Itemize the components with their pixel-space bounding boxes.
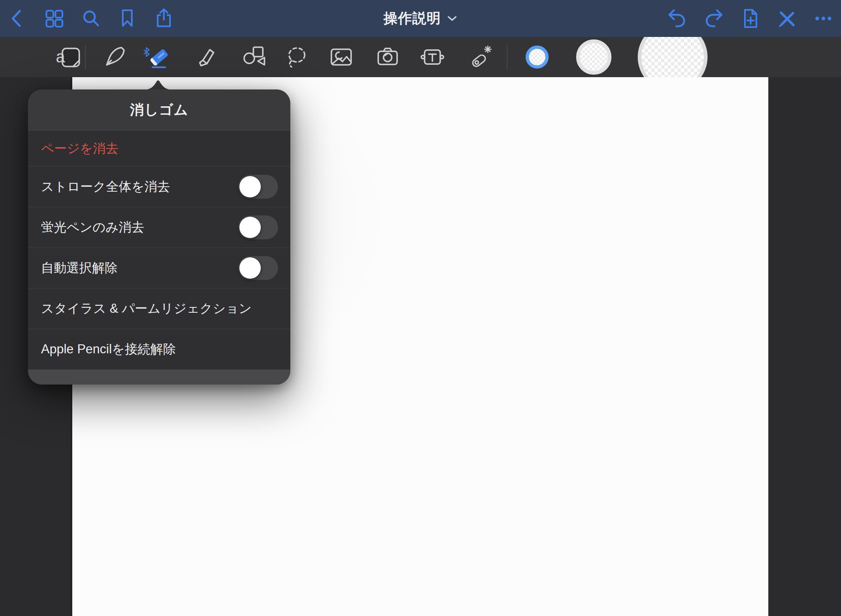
popover-title-label: 消しゴム	[130, 101, 188, 119]
menu-item-label: 自動選択解除	[41, 259, 117, 277]
shapes-tool[interactable]	[239, 40, 268, 74]
more-button[interactable]	[812, 7, 835, 30]
image-tool[interactable]	[327, 40, 356, 74]
toolbar-divider	[507, 45, 508, 69]
undo-button[interactable]	[666, 7, 689, 30]
menu-item-label: ページを消去	[41, 140, 118, 157]
stylus-disabled-button[interactable]	[775, 7, 798, 30]
popover-footer-strip	[28, 370, 290, 385]
document-title-label: 操作説明	[384, 9, 441, 28]
camera-tool[interactable]	[373, 40, 402, 74]
menu-item-label: Apple Pencilを接続解除	[41, 341, 176, 358]
toolbar: a	[0, 37, 841, 77]
eraser-size-small[interactable]	[526, 46, 549, 69]
menu-item-stylus-palm-rejection[interactable]: スタイラス & パームリジェクション	[28, 289, 290, 329]
more-icon	[812, 7, 835, 30]
popover-title: 消しゴム	[28, 89, 290, 131]
back-icon	[6, 7, 29, 30]
bookmark-button[interactable]	[116, 7, 139, 30]
text-tool-icon	[419, 44, 446, 70]
menu-item-label: ストローク全体を消去	[41, 178, 170, 195]
eraser-icon	[142, 41, 170, 73]
toggle-knob	[239, 176, 261, 197]
share-icon	[152, 7, 175, 30]
lasso-tool[interactable]	[282, 40, 311, 74]
navbar-right-group	[666, 7, 841, 30]
zoom-window-icon: a	[56, 44, 82, 70]
bookmark-icon	[116, 7, 139, 30]
thumbnails-button[interactable]	[43, 7, 66, 30]
eraser-popover: 消しゴム ページを消去 ストローク全体を消去 蛍光ペンのみ消去 自動選択解除 ス…	[28, 89, 290, 385]
popover-arrow	[143, 78, 173, 90]
zoom-window-tool[interactable]: a	[55, 40, 83, 74]
menu-item-erase-page[interactable]: ページを消去	[28, 131, 290, 167]
undo-icon	[666, 7, 689, 30]
menu-item-auto-deselect[interactable]: 自動選択解除	[28, 248, 290, 289]
app-window: 操作説明 a	[0, 0, 841, 616]
image-icon	[328, 44, 354, 70]
pen-tool[interactable]	[100, 40, 129, 74]
menu-item-erase-highlighter-only[interactable]: 蛍光ペンのみ消去	[28, 207, 290, 248]
eraser-tool[interactable]	[142, 40, 170, 74]
toggle-erase-entire-stroke[interactable]	[238, 175, 278, 199]
eraser-size-large[interactable]	[638, 37, 708, 77]
add-page-button[interactable]	[739, 7, 762, 30]
pen-icon	[101, 44, 128, 70]
document-title[interactable]: 操作説明	[384, 9, 457, 28]
search-icon	[79, 7, 102, 30]
add-page-icon	[739, 7, 762, 30]
toolbar-divider	[85, 45, 86, 69]
menu-item-label: スタイラス & パームリジェクション	[41, 300, 252, 317]
navbar: 操作説明	[0, 0, 841, 37]
stylus-disabled-icon	[775, 7, 798, 30]
menu-item-disconnect-apple-pencil[interactable]: Apple Pencilを接続解除	[28, 329, 290, 370]
toggle-knob	[239, 217, 261, 238]
redo-icon	[702, 7, 725, 30]
toggle-knob	[239, 257, 261, 279]
shapes-icon	[241, 44, 267, 70]
menu-item-erase-entire-stroke[interactable]: ストローク全体を消去	[28, 167, 290, 207]
bluetooth-icon	[144, 48, 149, 56]
navbar-left-group	[0, 7, 175, 30]
share-button[interactable]	[152, 7, 175, 30]
laser-pointer-tool[interactable]	[466, 40, 494, 74]
lasso-icon	[283, 44, 310, 70]
menu-item-label: 蛍光ペンのみ消去	[41, 219, 144, 236]
thumbnails-icon	[43, 7, 66, 30]
back-button[interactable]	[6, 7, 29, 30]
toggle-erase-highlighter-only[interactable]	[238, 215, 278, 239]
highlighter-icon	[191, 44, 218, 70]
svg-text:a: a	[56, 48, 65, 66]
search-button[interactable]	[79, 7, 102, 30]
redo-button[interactable]	[702, 7, 725, 30]
eraser-size-medium[interactable]	[576, 39, 611, 75]
text-tool[interactable]	[418, 40, 447, 74]
toggle-auto-deselect[interactable]	[238, 256, 278, 280]
laser-pointer-icon	[467, 44, 493, 70]
camera-icon	[375, 44, 401, 70]
chevron-down-icon	[447, 15, 457, 22]
highlighter-tool[interactable]	[190, 40, 219, 74]
